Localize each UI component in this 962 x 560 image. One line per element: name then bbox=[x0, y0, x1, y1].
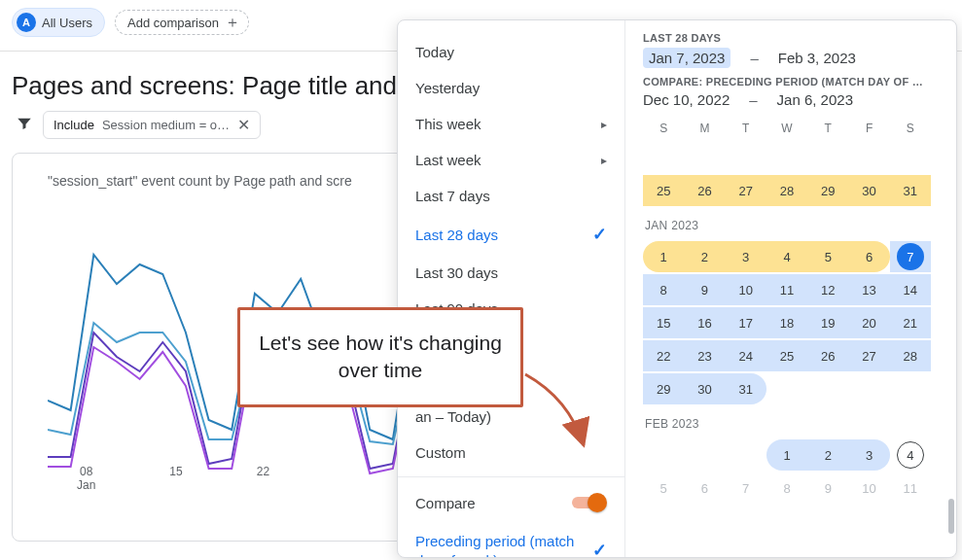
cal-day[interactable]: 17 bbox=[726, 307, 766, 338]
cal-day-today[interactable]: 4 bbox=[890, 439, 931, 471]
month-label: JAN 2023 bbox=[645, 219, 944, 232]
annotation-arrow bbox=[525, 369, 613, 470]
check-icon: ✓ bbox=[592, 540, 607, 557]
compare-start-date[interactable]: Dec 10, 2022 bbox=[643, 91, 730, 108]
cal-day[interactable]: 16 bbox=[684, 307, 725, 338]
compare-toggle[interactable] bbox=[572, 493, 607, 512]
compare-range-label: COMPARE: PRECEDING PERIOD (MATCH DAY OF … bbox=[643, 76, 944, 88]
cal-day[interactable]: 29 bbox=[643, 373, 684, 404]
primary-end-date[interactable]: Feb 3, 2023 bbox=[778, 50, 856, 66]
cal-day[interactable]: 28 bbox=[766, 175, 807, 206]
preset-menu: Today Yesterday This week▸ Last week▸ La… bbox=[398, 20, 625, 557]
filter-chip[interactable]: Include Session medium = o… ✕ bbox=[43, 111, 261, 139]
menu-last-7[interactable]: Last 7 days bbox=[398, 178, 624, 214]
avatar: A bbox=[17, 13, 36, 32]
annotation-callout: Let's see how it's changing over time bbox=[237, 307, 523, 407]
chip-all-users[interactable]: A All Users bbox=[12, 8, 105, 37]
cal-day[interactable]: 31 bbox=[890, 175, 931, 206]
cal-day[interactable]: 10 bbox=[848, 472, 889, 504]
cal-day[interactable]: 6 bbox=[684, 472, 725, 504]
calendar-panel: LAST 28 DAYS Jan 7, 2023 – Feb 3, 2023 C… bbox=[625, 20, 956, 557]
menu-this-week[interactable]: This week▸ bbox=[398, 106, 624, 142]
cal-day[interactable]: 22 bbox=[643, 340, 684, 371]
scrollbar[interactable] bbox=[948, 499, 954, 534]
chip-label: Add comparison bbox=[127, 16, 219, 30]
check-icon: ✓ bbox=[592, 224, 607, 245]
close-icon[interactable]: ✕ bbox=[237, 116, 250, 134]
menu-yesterday[interactable]: Yesterday bbox=[398, 70, 624, 106]
primary-start-date[interactable]: Jan 7, 2023 bbox=[643, 48, 730, 68]
primary-range-label: LAST 28 DAYS bbox=[643, 32, 944, 44]
cal-day[interactable]: 7 bbox=[726, 472, 766, 504]
cal-day[interactable]: 31 bbox=[726, 373, 766, 404]
cal-day[interactable]: 11 bbox=[890, 472, 931, 504]
menu-last-30[interactable]: Last 30 days bbox=[398, 255, 624, 291]
compare-label: Compare bbox=[415, 495, 476, 511]
menu-today[interactable]: Today bbox=[398, 34, 624, 70]
cal-day[interactable]: 24 bbox=[726, 340, 766, 371]
month-label: FEB 2023 bbox=[645, 417, 944, 431]
chevron-right-icon: ▸ bbox=[601, 118, 607, 131]
cal-day[interactable]: 27 bbox=[726, 175, 766, 206]
cal-day[interactable]: 27 bbox=[848, 340, 889, 371]
cal-day[interactable]: 4 bbox=[766, 241, 807, 272]
filter-icon[interactable] bbox=[16, 115, 33, 135]
chevron-right-icon: ▸ bbox=[601, 154, 607, 167]
cal-day[interactable]: 12 bbox=[807, 274, 848, 305]
compare-row: Compare bbox=[398, 483, 624, 522]
cal-day[interactable]: 25 bbox=[643, 175, 684, 206]
cal-day[interactable]: 6 bbox=[848, 241, 889, 272]
cal-day[interactable]: 5 bbox=[643, 472, 684, 504]
cal-day[interactable]: 21 bbox=[890, 307, 931, 338]
cal-day[interactable]: 8 bbox=[643, 274, 684, 305]
cal-day[interactable]: 9 bbox=[807, 472, 848, 504]
cal-day[interactable]: 10 bbox=[726, 274, 766, 305]
cal-day[interactable]: 29 bbox=[807, 175, 848, 206]
cal-day[interactable]: 30 bbox=[848, 175, 889, 206]
filter-include-label: Include bbox=[53, 118, 94, 132]
menu-last-28[interactable]: Last 28 days✓ bbox=[398, 214, 624, 255]
cal-day[interactable]: 11 bbox=[766, 274, 807, 305]
cal-day[interactable]: 2 bbox=[684, 241, 725, 272]
cal-day[interactable]: 30 bbox=[684, 373, 725, 404]
cal-day[interactable]: 13 bbox=[848, 274, 889, 305]
cal-day[interactable]: 15 bbox=[643, 307, 684, 338]
date-range-popover: Today Yesterday This week▸ Last week▸ La… bbox=[397, 19, 957, 558]
chip-add-comparison[interactable]: Add comparison ＋ bbox=[115, 10, 249, 35]
cal-day[interactable]: 3 bbox=[726, 241, 766, 272]
cal-day[interactable]: 1 bbox=[643, 241, 684, 272]
menu-last-week[interactable]: Last week▸ bbox=[398, 142, 624, 178]
cal-day[interactable]: 25 bbox=[766, 340, 807, 371]
cal-day[interactable]: 26 bbox=[684, 175, 725, 206]
cal-day[interactable]: 26 bbox=[807, 340, 848, 371]
cal-day[interactable]: 2 bbox=[807, 439, 848, 471]
cal-day[interactable]: 19 bbox=[807, 307, 848, 338]
menu-preceding[interactable]: Preceding period (match day of week)✓ bbox=[398, 522, 624, 557]
filter-expression: Session medium = o… bbox=[102, 118, 230, 132]
cal-day[interactable]: 23 bbox=[684, 340, 725, 371]
cal-day[interactable]: 8 bbox=[766, 472, 807, 504]
compare-end-date[interactable]: Jan 6, 2023 bbox=[777, 91, 853, 108]
cal-day[interactable]: 1 bbox=[766, 439, 807, 471]
cal-day-start[interactable]: 7 bbox=[890, 241, 931, 272]
cal-day[interactable]: 14 bbox=[890, 274, 931, 305]
cal-day[interactable]: 20 bbox=[848, 307, 889, 338]
cal-day[interactable]: 18 bbox=[766, 307, 807, 338]
cal-day[interactable]: 28 bbox=[890, 340, 931, 371]
cal-day[interactable]: 3 bbox=[848, 439, 889, 471]
plus-icon: ＋ bbox=[225, 15, 240, 30]
cal-day[interactable]: 9 bbox=[684, 274, 725, 305]
cal-day[interactable]: 5 bbox=[807, 241, 848, 272]
chip-label: All Users bbox=[42, 16, 92, 30]
